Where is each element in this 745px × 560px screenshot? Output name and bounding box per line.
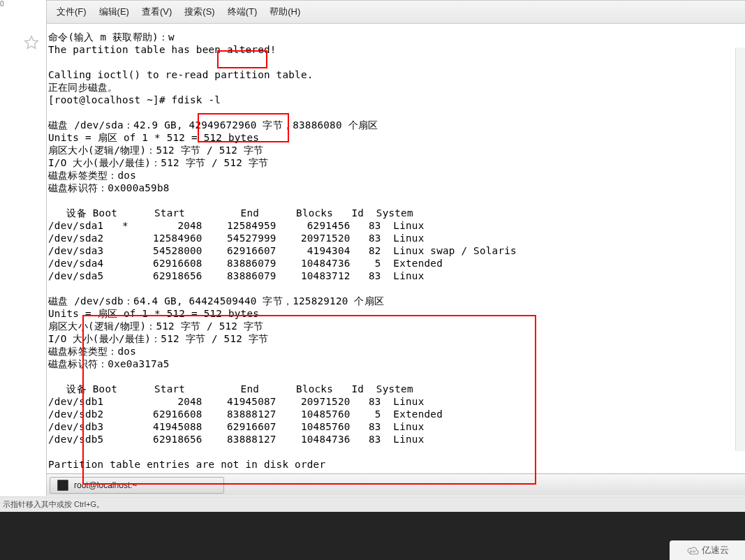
svg-marker-0 (25, 36, 38, 49)
star-icon (24, 35, 39, 50)
terminal-scrollbar[interactable] (735, 47, 745, 451)
terminal-body[interactable]: 命令(输入 m 获取帮助)：w The partition table has … (47, 24, 745, 473)
taskbar-terminal-button[interactable]: root@localhost:~ (50, 477, 224, 494)
menu-terminal[interactable]: 终端(T) (222, 3, 263, 21)
zero-label: 0 (0, 0, 4, 8)
watermark-text: 亿速云 (702, 544, 729, 557)
taskbar: root@localhost:~ (47, 473, 745, 496)
menu-search[interactable]: 搜索(S) (179, 3, 220, 21)
menu-file[interactable]: 文件(F) (51, 3, 92, 21)
svg-point-2 (693, 550, 695, 552)
svg-point-1 (690, 550, 691, 552)
menu-view[interactable]: 查看(V) (136, 3, 177, 21)
taskbar-terminal-label: root@localhost:~ (74, 480, 138, 490)
terminal-window: 文件(F) 编辑(E) 查看(V) 搜索(S) 终端(T) 帮助(H) 命令(输… (46, 0, 745, 496)
watermark: 亿速云 (670, 540, 745, 560)
menu-help[interactable]: 帮助(H) (264, 3, 306, 21)
bottom-panel (0, 512, 745, 560)
terminal-icon (57, 480, 68, 491)
vm-hint-bar: 示指针移入其中或按 Ctrl+G。 (0, 496, 745, 512)
menu-edit[interactable]: 编辑(E) (94, 3, 135, 21)
menu-bar: 文件(F) 编辑(E) 查看(V) 搜索(S) 终端(T) 帮助(H) (47, 0, 745, 24)
vm-left-strip: 0 (0, 0, 46, 496)
cloud-icon (686, 546, 699, 554)
vm-hint-text: 示指针移入其中或按 Ctrl+G。 (3, 500, 104, 508)
terminal-output[interactable]: 命令(输入 m 获取帮助)：w The partition table has … (48, 31, 744, 471)
